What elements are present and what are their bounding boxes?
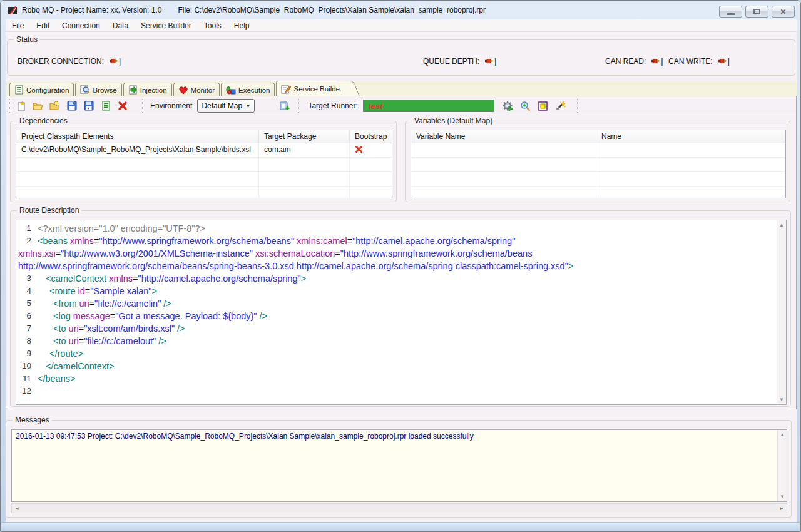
messages-group-label: Messages <box>13 416 52 424</box>
line-number: 1 <box>16 222 31 235</box>
maximize-button[interactable] <box>745 6 768 18</box>
menubar: FileEditConnectionDataService BuilderToo… <box>6 19 797 32</box>
wand-icon <box>555 101 566 111</box>
toolbar-gripper <box>576 99 578 113</box>
open-folder-button[interactable] <box>31 98 46 113</box>
line-number: 2 <box>16 235 31 247</box>
column-header[interactable]: Variable Name <box>411 130 596 143</box>
tab-service-builder[interactable]: Service Builder <box>276 81 344 96</box>
table-header-row: Project Classpath ElementsTarget Package… <box>16 130 392 143</box>
delete-button[interactable] <box>115 98 130 113</box>
route-editor-vscrollbar[interactable]: ▲▼ <box>777 220 786 404</box>
tab-monitor[interactable]: Monitor <box>173 83 220 96</box>
app-window: Robo MQ - Project Name: xx, Version: 1.0… <box>0 0 801 532</box>
variables-group: Variables (Default Map) Variable NameNam… <box>405 121 790 202</box>
menu-service-builder[interactable]: Service Builder <box>135 21 198 30</box>
tab-label: Configuration <box>26 86 69 94</box>
new-doc-button[interactable] <box>14 98 29 113</box>
menu-data[interactable]: Data <box>106 21 135 30</box>
status-label: CAN WRITE: <box>668 57 713 66</box>
browse-icon <box>80 85 90 95</box>
table-empty-row <box>411 187 785 198</box>
table-cell <box>411 158 596 171</box>
tab-configuration[interactable]: Configuration <box>9 83 74 96</box>
messages-text-area[interactable]: 2016-01-13 09:47:53 Project: C:\dev2\Rob… <box>11 429 787 502</box>
table-cell <box>596 143 785 157</box>
target-runner-label: Target Runner: <box>308 101 357 110</box>
table-cell <box>596 158 785 171</box>
minimize-button[interactable] <box>719 6 742 18</box>
table-cell <box>259 172 350 186</box>
dependencies-group-label: Dependencies <box>17 116 70 125</box>
code-text: http://www.springframework.org/schema/be… <box>16 260 573 272</box>
table-row[interactable]: C:\dev2\RoboMQ\Sample_RoboMQ_Projects\Xa… <box>16 143 392 158</box>
tab-label: Monitor <box>191 86 215 94</box>
tab-execution[interactable]: Execution <box>221 83 275 96</box>
zoom-plus-button[interactable] <box>518 98 533 113</box>
dependencies-group: Dependencies Project Classpath ElementsT… <box>10 121 397 202</box>
messages-vscrollbar[interactable]: ▲▼ <box>777 430 787 501</box>
table-cell <box>350 172 392 186</box>
table-cell <box>16 158 259 171</box>
menu-tools[interactable]: Tools <box>198 21 228 30</box>
column-header[interactable]: Project Classpath Elements <box>16 130 259 143</box>
environment-value: Default Map <box>202 101 242 110</box>
environment-dropdown[interactable]: Default Map▼ <box>197 99 255 113</box>
code-text: <to uri="xslt:com/am/birds.xsl" /> <box>31 322 185 335</box>
column-header[interactable]: Name <box>596 130 785 143</box>
folder-lamp-button[interactable] <box>48 98 63 113</box>
status-cursor: | <box>119 56 121 66</box>
code-line: 6<log message="Got a message. Payload: $… <box>16 310 786 322</box>
table-header-row: Variable NameName <box>411 130 785 143</box>
code-line: 5<from uri="file://c:/camelin" /> <box>16 297 786 310</box>
column-header[interactable]: Target Package <box>259 130 350 143</box>
save-button[interactable] <box>64 98 79 113</box>
line-number: 7 <box>16 322 31 335</box>
dependencies-table[interactable]: Project Classpath ElementsTarget Package… <box>16 130 392 198</box>
menu-help[interactable]: Help <box>228 21 256 30</box>
variables-table[interactable]: Variable NameName <box>411 130 786 198</box>
messages-hscrollbar[interactable]: ◄► <box>11 503 787 513</box>
status-queue-depth: QUEUE DEPTH:| <box>423 56 496 66</box>
column-header[interactable]: Bootstrap <box>350 130 392 143</box>
report-button[interactable] <box>98 98 113 113</box>
line-number: 8 <box>16 335 31 347</box>
status-can-read: CAN READ:| <box>605 56 663 66</box>
menu-edit[interactable]: Edit <box>30 21 56 30</box>
titlebar: Robo MQ - Project Name: xx, Version: 1.0… <box>1 1 800 19</box>
code-text: <log message="Got a message. Payload: ${… <box>31 310 267 322</box>
close-button[interactable]: ✕ <box>772 6 795 18</box>
menu-file[interactable]: File <box>6 21 30 30</box>
status-label: CAN READ: <box>605 57 646 66</box>
code-line: 2<beans xmlns="http://www.springframewor… <box>16 235 786 247</box>
status-can-write: CAN WRITE:| <box>668 56 730 66</box>
code-text <box>31 385 38 397</box>
code-text: xmlns:xsi="http://www.w3.org/2001/XMLSch… <box>16 247 532 260</box>
add-map-button[interactable] <box>277 98 292 113</box>
color-box-button[interactable] <box>536 98 551 113</box>
delete-x-icon[interactable] <box>355 145 363 153</box>
zoom-plus-icon <box>520 101 531 111</box>
tab-injection[interactable]: Injection <box>123 83 172 96</box>
status-cursor: | <box>494 56 496 66</box>
configuration-icon <box>14 85 24 95</box>
report-icon <box>101 101 111 111</box>
target-runner-field[interactable]: test <box>363 100 494 112</box>
run-gear-icon <box>503 101 514 111</box>
toolbar-gripper <box>9 99 11 113</box>
code-line: 8<to uri="file://c:/camelout" /> <box>16 335 786 347</box>
route-group-label: Route Description <box>17 206 81 215</box>
wand-button[interactable] <box>553 98 568 113</box>
menu-connection[interactable]: Connection <box>56 21 106 30</box>
status-group-label: Status <box>14 35 40 44</box>
line-number: 12 <box>16 385 31 397</box>
open-folder-icon <box>33 101 44 111</box>
code-line: http://www.springframework.org/schema/be… <box>16 260 786 272</box>
run-gear-button[interactable] <box>501 98 516 113</box>
code-text: <camelContext xmlns="http://camel.apache… <box>31 272 306 285</box>
tab-browse[interactable]: Browse <box>75 83 121 96</box>
save-as-button[interactable] <box>81 98 96 113</box>
new-doc-icon <box>16 101 27 111</box>
delete-icon <box>118 101 128 111</box>
route-xml-editor[interactable]: 1<?xml version="1.0" encoding="UTF-8"?>2… <box>16 220 787 405</box>
